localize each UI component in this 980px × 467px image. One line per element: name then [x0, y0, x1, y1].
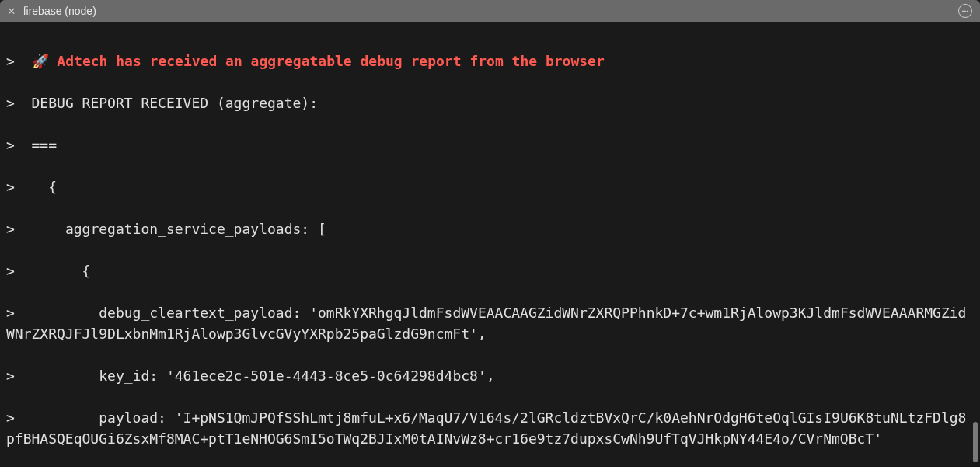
log-line: > debug_cleartext_payload: 'omRkYXRhgqJl… [6, 302, 974, 344]
scrollbar-thumb[interactable] [973, 422, 978, 462]
tab[interactable]: ✕ firebase (node) [8, 3, 96, 19]
rocket-icon: 🚀 [32, 53, 49, 69]
log-line: > { [6, 176, 974, 197]
log-line: > { [6, 260, 974, 281]
log-line: > DEBUG REPORT RECEIVED (aggregate): [6, 92, 974, 113]
log-line: > payload: 'I+pNS1QmJPQfSShLmtj8mfuL+x6/… [6, 407, 974, 449]
log-line: > 🚀 Adtech has received an aggregatable … [6, 51, 974, 71]
close-icon[interactable]: ✕ [8, 5, 16, 17]
log-line: > === [6, 134, 974, 155]
log-line: > aggregation_service_payloads: [ [6, 218, 974, 239]
terminal-output: > 🚀 Adtech has received an aggregatable … [0, 22, 980, 467]
prompt-marker: > [6, 53, 15, 69]
scrollbar-track[interactable] [973, 22, 979, 465]
tab-bar: ✕ firebase (node) ⋯ [0, 0, 980, 22]
more-icon[interactable]: ⋯ [958, 4, 972, 18]
log-line: > key_id: '461ece2c-501e-4443-8ce5-0c642… [6, 365, 974, 386]
tab-title: firebase (node) [23, 3, 96, 19]
headline-text: Adtech has received an aggregatable debu… [49, 53, 605, 69]
